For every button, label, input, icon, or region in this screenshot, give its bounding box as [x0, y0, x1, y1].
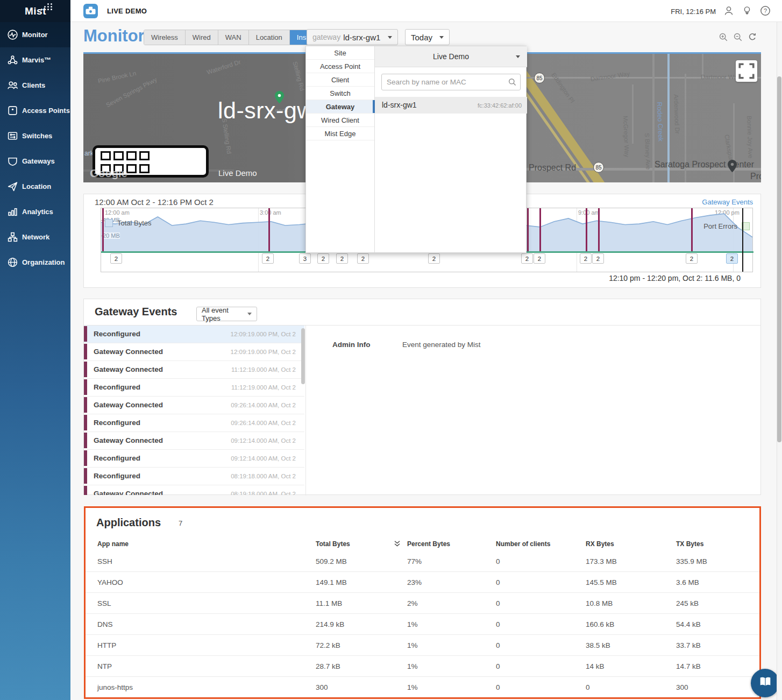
event-row[interactable]: Gateway Connected09:26:14.000 AM, Oct 2 — [84, 397, 304, 414]
column-header-rx-bytes[interactable]: RX Bytes — [586, 540, 614, 548]
sidebar-item-marvis[interactable]: Marvis™ — [0, 47, 70, 73]
event-marker-line — [691, 208, 693, 251]
column-header-total-bytes[interactable]: Total Bytes — [316, 540, 350, 548]
selector-category-site[interactable]: Site — [306, 46, 374, 60]
table-row[interactable]: junos-https3001%00300 — [86, 677, 759, 698]
sidebar-item-gateways[interactable]: Gateways — [0, 149, 70, 174]
tab-wan[interactable]: WAN — [218, 30, 249, 45]
device-select[interactable]: gateway ld-srx-gw1 — [307, 29, 398, 45]
cell-tx-bytes: 3.6 MB — [676, 578, 699, 586]
event-count-badge[interactable]: 2 — [428, 253, 440, 264]
event-row[interactable]: Gateway Connected11:12:19.000 AM, Oct 2 — [84, 361, 304, 379]
org-icon[interactable] — [83, 4, 98, 18]
event-name: Reconfigured — [94, 330, 140, 338]
event-row[interactable]: Gateway Connected09:12:14.000 AM, Oct 2 — [84, 432, 304, 450]
sidebar-item-analytics[interactable]: Analytics — [0, 199, 70, 224]
sidebar-item-access-points[interactable]: Access Points — [0, 98, 70, 123]
selector-category-client[interactable]: Client — [306, 73, 374, 87]
table-row[interactable]: HTTP72.2 kB1%038.5 kB33.7 kB — [86, 635, 759, 656]
device-port — [101, 151, 111, 160]
event-name: Gateway Connected — [94, 365, 163, 373]
sidebar-item-label: Switches — [22, 132, 52, 140]
event-timestamp: 12:09:19.000 PM, Oct 2 — [231, 331, 296, 337]
event-row[interactable]: Reconfigured09:12:14.000 AM, Oct 2 — [84, 450, 304, 468]
cell-total-bytes: 11.1 MB — [316, 599, 342, 607]
account-icon[interactable] — [723, 5, 735, 17]
help-icon[interactable]: ? — [759, 5, 771, 17]
sidebar-item-monitor[interactable]: Monitor — [0, 22, 70, 47]
selector-category-access-point[interactable]: Access Point — [306, 60, 374, 73]
event-row[interactable]: Reconfigured09:26:14.000 AM, Oct 2 — [84, 414, 304, 432]
event-row[interactable]: Gateway Connected08:19:18.000 AM, Oct 2 — [84, 485, 304, 495]
column-header-percent-bytes[interactable]: Percent Bytes — [407, 540, 450, 548]
event-count-badge[interactable]: 2 — [317, 253, 329, 264]
gateway-events-link[interactable]: Gateway Events — [702, 198, 753, 206]
documentation-fab[interactable] — [751, 669, 779, 697]
event-count-badge[interactable]: 2 — [686, 253, 698, 264]
tab-location[interactable]: Location — [249, 30, 290, 45]
event-count-badge[interactable]: 2 — [336, 253, 348, 264]
event-count-badge[interactable]: 3 — [299, 253, 311, 264]
sort-descending-icon[interactable] — [394, 540, 401, 547]
switches-icon — [7, 130, 18, 142]
page-scrollbar-thumb[interactable] — [777, 76, 781, 442]
event-count-badge[interactable]: 2 — [521, 253, 533, 264]
cell-rx-bytes: 160.6 kB — [586, 620, 614, 628]
time-range-select[interactable]: Today — [405, 29, 450, 45]
organization-icon — [7, 257, 18, 268]
event-detail-value: Event generated by Mist — [402, 341, 481, 349]
sidebar-item-organization[interactable]: Organization — [0, 250, 70, 275]
map-fullscreen-button[interactable] — [736, 60, 757, 82]
selector-category-wired-client[interactable]: Wired Client — [306, 114, 374, 127]
zoom-out-icon[interactable] — [733, 32, 743, 44]
zoom-in-icon[interactable] — [719, 32, 728, 44]
cell-rx-bytes: 173.3 MB — [586, 557, 617, 565]
column-header-app-name[interactable]: App name — [97, 540, 129, 548]
site-dropdown-value: Live Demo — [375, 52, 527, 61]
selector-category-mist-edge[interactable]: Mist Edge — [306, 127, 374, 140]
column-header-tx-bytes[interactable]: TX Bytes — [676, 540, 703, 548]
whats-new-icon[interactable] — [741, 5, 753, 17]
event-count-badge[interactable]: 2 — [592, 253, 604, 264]
event-list-scrollbar[interactable] — [301, 328, 305, 384]
sidebar-item-network[interactable]: Network — [0, 224, 70, 250]
event-count-badge[interactable]: 2 — [110, 253, 122, 264]
event-count-badge[interactable]: 2 — [357, 253, 369, 264]
event-count-badge[interactable]: 2 — [580, 253, 592, 264]
table-row[interactable]: YAHOO149.1 MB23%0145.5 MB3.6 MB — [86, 572, 759, 593]
cell-percent-bytes: 1% — [407, 620, 418, 628]
event-count-badge[interactable]: 2 — [534, 253, 545, 264]
event-count-badge[interactable]: 2 — [262, 253, 274, 264]
chevron-down-icon — [516, 55, 520, 58]
topbar: LIVE DEMO FRI, 12:16 PM ? — [70, 0, 782, 22]
table-row[interactable]: SSH509.2 MB77%0173.3 MB335.9 MB — [86, 551, 759, 572]
event-count-badge[interactable]: 2 — [726, 253, 738, 264]
cell-tx-bytes: 14.7 kB — [676, 662, 701, 670]
tab-wireless[interactable]: Wireless — [144, 30, 186, 45]
device-result-name: ld-srx-gw1 — [382, 101, 417, 109]
tab-wired[interactable]: Wired — [186, 30, 218, 45]
search-input[interactable] — [381, 74, 521, 90]
event-type-filter[interactable]: All event Types — [196, 307, 257, 321]
sidebar-item-clients[interactable]: Clients — [0, 73, 70, 98]
table-row[interactable]: NTP28.7 kB1%014 kB14.7 kB — [86, 656, 759, 677]
highway-shield: 85 — [593, 162, 604, 173]
device-result-row[interactable]: ld-srx-gw1 fc:33:42:62:af:00 — [375, 97, 527, 114]
table-row[interactable]: DNS214.9 kB1%0160.6 kB54.4 kB — [86, 614, 759, 635]
refresh-icon[interactable] — [748, 32, 757, 44]
y-axis-tick: 20 MB — [103, 232, 120, 239]
device-select-prefix: gateway — [312, 33, 340, 41]
cell-percent-bytes: 1% — [407, 662, 418, 670]
event-row[interactable]: Reconfigured08:19:18.000 AM, Oct 2 — [84, 468, 304, 485]
selector-category-switch[interactable]: Switch — [306, 87, 374, 100]
table-row[interactable]: SSL11.1 MB2%010.8 MB245 kB — [86, 593, 759, 614]
event-row[interactable]: Reconfigured11:12:19.000 AM, Oct 2 — [84, 379, 304, 397]
site-dropdown[interactable]: Live Demo — [375, 46, 527, 67]
event-row[interactable]: Gateway Connected12:09:19.000 PM, Oct 2 — [84, 343, 304, 361]
sidebar-item-location[interactable]: Location — [0, 174, 70, 199]
sidebar-item-switches[interactable]: Switches — [0, 123, 70, 149]
mist-logo[interactable]: Mist — [0, 0, 70, 22]
selector-category-gateway[interactable]: Gateway — [306, 100, 374, 114]
column-header-number-of-clients[interactable]: Number of clients — [496, 540, 550, 548]
event-row[interactable]: Reconfigured12:09:19.000 PM, Oct 2 — [84, 326, 304, 343]
